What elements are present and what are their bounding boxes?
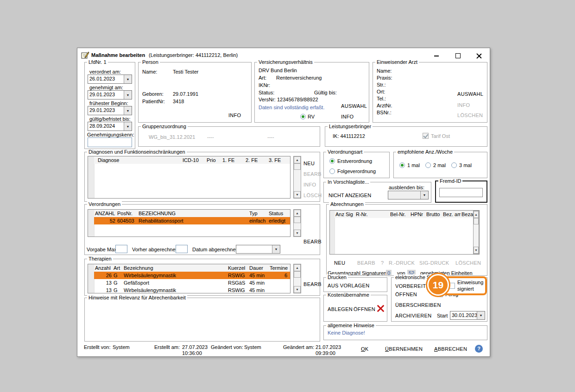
- vorgabe-max-input[interactable]: [115, 245, 127, 253]
- scroll-down-icon[interactable]: ▼: [294, 230, 301, 236]
- vorher-abgerechnet-label: Vorher abgerechnet: [132, 247, 177, 252]
- ok-button[interactable]: OK: [361, 346, 369, 352]
- chevron-down-icon[interactable]: ▼: [272, 245, 280, 253]
- ablegen-button[interactable]: ABLEGEN: [328, 306, 353, 312]
- scroll-down-icon[interactable]: ▼: [294, 286, 301, 293]
- erstellt-am-label: Erstellt am:: [154, 344, 180, 350]
- cell-anzahl: 13: [94, 280, 113, 286]
- einweisung-signiert-checkbox[interactable]: [449, 283, 455, 289]
- chevron-down-icon[interactable]: ▼: [477, 311, 485, 319]
- patientnr-value: 3418: [173, 99, 184, 104]
- signatur-oeffnen-button[interactable]: ÖFFNEN: [395, 292, 417, 297]
- group-diagnosen-legend: Diagnosen und Funktionseinschränkungen: [87, 149, 187, 155]
- fruehester-beginn-label: frühester Beginn:: [89, 100, 128, 106]
- diagnosen-bearb-button[interactable]: BEARB: [303, 171, 322, 177]
- erstverordnung-radio[interactable]: [329, 158, 335, 164]
- abbrechen-button[interactable]: ABBRECHEN: [434, 346, 467, 352]
- chevron-down-icon[interactable]: ▼: [124, 91, 132, 99]
- col-kuerzel: Kuerzel: [227, 265, 248, 271]
- diagnosen-table[interactable]: Diagnose ICD-10 Prio 1. FE 2. FE 3. FE: [88, 156, 291, 199]
- tarif-ost-checkbox[interactable]: [423, 133, 429, 139]
- diagnosen-scrollbar[interactable]: ▲▼: [293, 156, 301, 199]
- col-rnr: R-Nr.: [355, 212, 389, 217]
- abrechnungen-bearb-button[interactable]: BEARB: [357, 260, 375, 266]
- datum-abgerechnet-label: Datum abgerechnet: [192, 247, 237, 252]
- archivieren-button[interactable]: ARCHIVIEREN: [395, 313, 431, 318]
- versicherung-auswahl-button[interactable]: AUSWAHL: [341, 103, 367, 109]
- scroll-up-icon[interactable]: ▲: [474, 211, 479, 218]
- help-icon[interactable]: ?: [475, 345, 483, 353]
- fruehester-beginn-combo[interactable]: 29.01.2023▼: [88, 106, 132, 115]
- kosten-oeffnen-button[interactable]: ÖFFNEN: [354, 306, 375, 312]
- verordnung-row-selected[interactable]: 52 604503 Rehabilitationssport einfach e…: [94, 217, 290, 224]
- scroll-up-icon[interactable]: ▲: [294, 210, 301, 217]
- 2mal-label: 2 mal: [433, 162, 446, 168]
- abrechnungen-scrollbar[interactable]: ▲▼: [473, 211, 479, 254]
- verordnungen-scrollbar[interactable]: ▲▼: [293, 209, 301, 237]
- start-datum-combo[interactable]: 30.01.2023▼: [450, 311, 485, 320]
- befristet-bis-combo[interactable]: 28.09.2024▼: [88, 122, 132, 131]
- therapie-row[interactable]: 13 G Wirbelsäulengymnastik RSWiG 45 min: [94, 286, 290, 294]
- signaturen-count: 0: [386, 270, 392, 276]
- verordnet-am-combo[interactable]: 26.01.2023▼: [88, 75, 132, 84]
- close-button[interactable]: [473, 51, 485, 60]
- chevron-down-icon[interactable]: ▼: [124, 122, 132, 131]
- col-fe2: 2. FE: [245, 157, 268, 163]
- scroll-thumb[interactable]: [294, 217, 301, 223]
- abrechnungen-sigdruck-button[interactable]: SIG-DRUCK: [419, 260, 449, 266]
- therapien-table[interactable]: Anzahl Art Bezeichnung Kuerzel Dauer Ter…: [88, 264, 291, 293]
- start-label: Start: [437, 313, 448, 318]
- genehmigt-am-combo[interactable]: 29.01.2023▼: [88, 90, 132, 100]
- group-gruppenzuordnung-legend: Gruppenzuordnung: [141, 124, 188, 129]
- fremd-id-input[interactable]: [439, 188, 483, 197]
- therapien-scrollbar[interactable]: ▲▼: [293, 264, 301, 293]
- uebernehmen-button[interactable]: ÜBERNEHMEN: [385, 346, 423, 352]
- 1mal-radio[interactable]: [399, 162, 405, 168]
- therapie-row[interactable]: 13 G Gefäßsport RSGäS 45 min: [94, 279, 290, 286]
- scroll-down-icon[interactable]: ▼: [294, 191, 301, 198]
- scroll-up-icon[interactable]: ▲: [294, 156, 301, 163]
- cell-bezeichnung: Wirbelsäulengymnastik: [123, 287, 227, 293]
- ueberschreiben-button[interactable]: ÜBERSCHREIBEN: [395, 302, 441, 308]
- maximize-button[interactable]: [452, 51, 464, 60]
- scroll-up-icon[interactable]: ▲: [294, 264, 301, 271]
- vorher-abgerechnet-input[interactable]: [176, 245, 188, 253]
- chevron-down-icon[interactable]: ▼: [124, 75, 132, 83]
- scroll-thumb[interactable]: [294, 163, 301, 170]
- chevron-down-icon[interactable]: ▼: [420, 191, 428, 199]
- verordnungen-table[interactable]: ANZAHL PosNr. BEZEICHNUNG Typ Status 52 …: [88, 209, 291, 237]
- folgeverordnung-radio[interactable]: [329, 168, 335, 174]
- 2mal-radio[interactable]: [425, 162, 431, 168]
- person-info-button[interactable]: INFO: [228, 112, 241, 118]
- therapie-row-selected[interactable]: 26 G Wirbelsäulengymnastik RSWiG 45 min …: [94, 272, 290, 279]
- arzt-loeschen-button[interactable]: LÖSCHEN: [457, 112, 483, 118]
- arzt-auswahl-button[interactable]: AUSWAHL: [457, 91, 483, 97]
- chevron-down-icon[interactable]: ▼: [124, 106, 132, 115]
- group-diagnosen: Diagnosen und Funktionseinschränkungen D…: [84, 152, 320, 202]
- abrechnungen-neu-button[interactable]: NEU: [334, 260, 345, 266]
- diagnosen-neu-button[interactable]: NEU: [303, 161, 315, 166]
- genehmigungskenn-input[interactable]: [88, 137, 132, 147]
- versicherung-info-button[interactable]: INFO: [341, 114, 354, 119]
- datum-abgerechnet-combo[interactable]: ▼: [236, 245, 280, 254]
- scroll-thumb[interactable]: [294, 271, 301, 278]
- rv-radio[interactable]: [300, 114, 306, 119]
- abrechnungen-rdruck-button[interactable]: R.-DRUCK: [389, 260, 415, 266]
- abrechnungen-table[interactable]: Anz Sig R-Nr. Bel-Nr. HPNr Brutto Bez. a…: [329, 210, 480, 255]
- ausblenden-bis-combo[interactable]: ▼: [388, 191, 429, 199]
- 3mal-radio[interactable]: [451, 162, 457, 168]
- minimize-button[interactable]: [430, 51, 442, 60]
- abrechnungen-loeschen-button[interactable]: LÖSCHEN: [455, 260, 481, 266]
- verordnungen-bearb-button[interactable]: BEARB: [303, 239, 322, 244]
- therapien-bearb-button[interactable]: BEARB: [303, 281, 322, 287]
- scroll-down-icon[interactable]: ▼: [474, 247, 479, 254]
- genehmigungskenn-label: Genehmigungskenn:: [87, 132, 134, 137]
- diagnosen-loesch-button[interactable]: LÖSCH: [303, 193, 322, 198]
- group-lfdnr-legend: LfdNr. 1: [87, 59, 108, 65]
- person-name: Testi Tester: [173, 69, 198, 75]
- diagnosen-info-button[interactable]: INFO: [303, 182, 316, 187]
- abrechnungen-frage-button[interactable]: ?: [381, 260, 384, 266]
- arzt-info-button[interactable]: INFO: [457, 102, 470, 108]
- scroll-thumb[interactable]: [474, 218, 479, 224]
- aus-vorlagen-button[interactable]: AUS VORLAGEN: [328, 283, 369, 288]
